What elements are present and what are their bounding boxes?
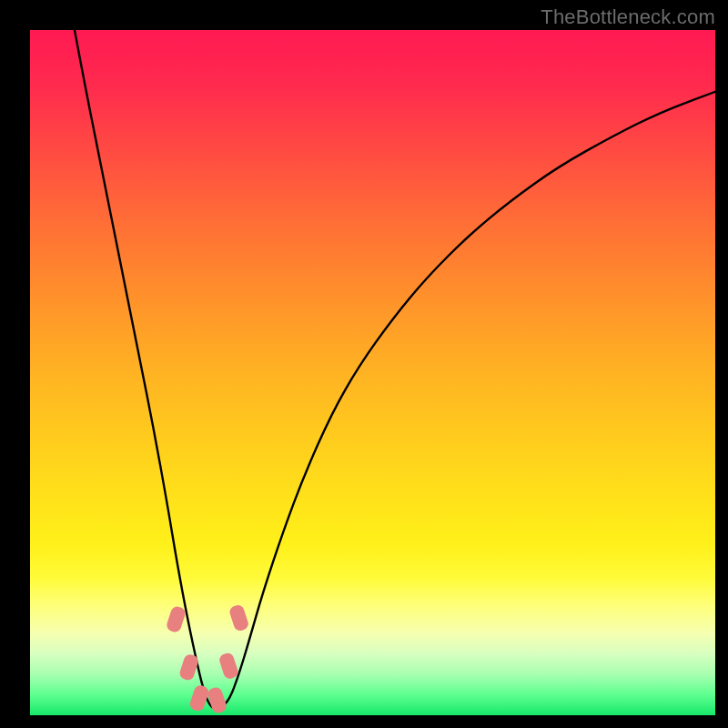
curve-marker [165, 605, 187, 634]
chart-svg [30, 30, 715, 715]
curve-marker [188, 683, 210, 713]
chart-frame: TheBottleneck.com [0, 0, 728, 728]
bottleneck-curve [75, 30, 715, 708]
curve-marker [217, 652, 239, 681]
watermark-label: TheBottleneck.com [541, 5, 715, 29]
plot-area [30, 30, 715, 715]
curve-layer [75, 30, 715, 708]
curve-marker [207, 686, 228, 715]
curve-marker [228, 603, 250, 632]
